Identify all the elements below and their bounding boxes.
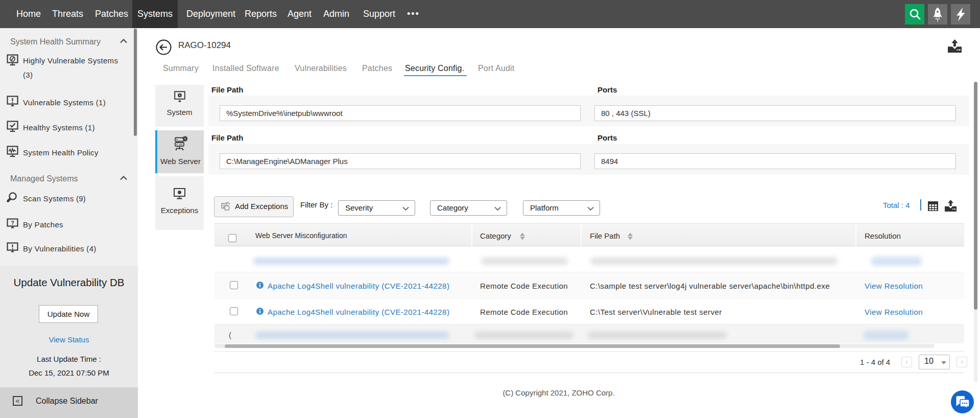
svg-text:?: ? [11,220,14,226]
